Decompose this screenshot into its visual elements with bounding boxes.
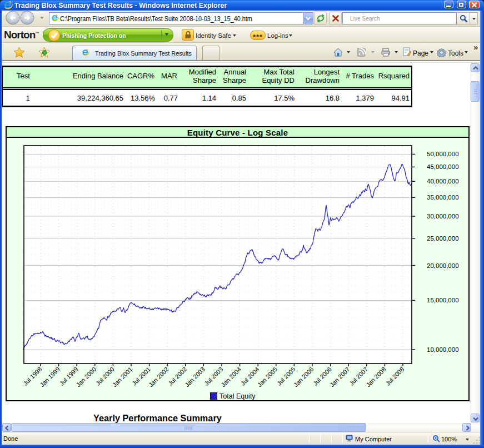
svg-text:Jul 2008: Jul 2008 bbox=[385, 366, 406, 387]
svg-text:15,000,000: 15,000,000 bbox=[427, 297, 459, 303]
svg-text:35,000,000: 35,000,000 bbox=[427, 194, 459, 201]
svg-text:Jan 2003: Jan 2003 bbox=[183, 366, 206, 388]
svg-text:45,000,000: 45,000,000 bbox=[427, 163, 459, 170]
svg-text:Jan 2004: Jan 2004 bbox=[220, 366, 242, 388]
svg-text:Jan 2000: Jan 2000 bbox=[75, 366, 97, 388]
svg-text:Total Equity: Total Equity bbox=[219, 392, 256, 400]
svg-text:25,000,000: 25,000,000 bbox=[427, 235, 459, 242]
svg-text:Jan 2002: Jan 2002 bbox=[147, 366, 169, 388]
svg-text:Jan 2007: Jan 2007 bbox=[328, 366, 351, 388]
svg-text:Jan 1999: Jan 1999 bbox=[39, 366, 61, 388]
svg-text:Jan 2006: Jan 2006 bbox=[292, 366, 315, 388]
svg-text:10,000,000: 10,000,000 bbox=[427, 346, 459, 353]
svg-text:Jan 2001: Jan 2001 bbox=[111, 366, 133, 388]
svg-text:30,000,000: 30,000,000 bbox=[427, 213, 459, 220]
svg-text:40,000,000: 40,000,000 bbox=[427, 178, 459, 185]
svg-text:Jan 2005: Jan 2005 bbox=[256, 366, 278, 388]
svg-text:20,000,000: 20,000,000 bbox=[427, 262, 459, 269]
svg-text:50,000,000: 50,000,000 bbox=[427, 151, 459, 157]
svg-text:Jan 2008: Jan 2008 bbox=[365, 366, 387, 388]
